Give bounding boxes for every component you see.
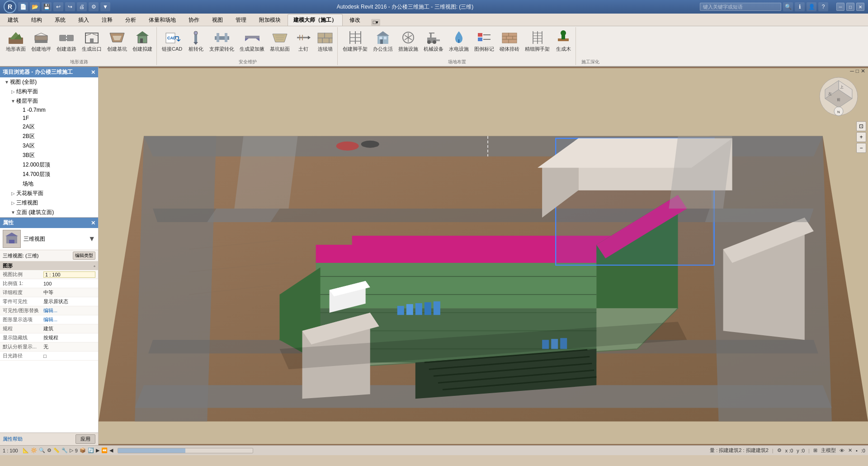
qa-undo[interactable]: ↩ bbox=[53, 2, 63, 11]
status-icon-8[interactable]: 9 bbox=[75, 448, 78, 453]
ribbon-btn-地形表面[interactable]: 地形表面 bbox=[4, 28, 28, 54]
status-icon-4[interactable]: ⚙ bbox=[47, 447, 52, 453]
status-icon-10[interactable]: 🔄 bbox=[88, 447, 94, 453]
ribbon-btn-生成木[interactable]: 生成木 bbox=[553, 28, 574, 54]
status-icon-11[interactable]: ▶ bbox=[96, 447, 99, 453]
ribbon-btn-措施设施[interactable]: 措施设施 bbox=[396, 28, 420, 54]
tree-item-3B区[interactable]: 3B区 bbox=[0, 151, 98, 160]
prop-type-dropdown[interactable]: ▼ bbox=[88, 235, 95, 243]
nav-cube[interactable]: 上 左 前 N bbox=[818, 76, 859, 117]
tree-item-1F[interactable]: 1F bbox=[0, 114, 98, 122]
status-icon-7[interactable]: ▷ bbox=[70, 447, 73, 453]
nav-zoom-out[interactable]: − bbox=[856, 143, 866, 153]
tree-item-结构平面[interactable]: ▷ 结构平面 bbox=[0, 87, 98, 96]
maximize-btn[interactable]: □ bbox=[846, 3, 854, 11]
options-tab[interactable]: □▾ bbox=[371, 19, 381, 26]
ribbon-btn-精细脚手架[interactable]: 精细脚手架 bbox=[523, 28, 552, 54]
status-icon-5[interactable]: 📏 bbox=[53, 447, 60, 453]
tree-item-2A区[interactable]: 2A区 bbox=[0, 122, 98, 132]
prop-apply-btn[interactable]: 应用 bbox=[75, 434, 95, 444]
status-icon-2[interactable]: 🔆 bbox=[31, 447, 37, 453]
main-model[interactable]: ⊞ bbox=[813, 447, 817, 453]
tab-分析[interactable]: 分析 bbox=[119, 14, 142, 26]
tree-item-场地[interactable]: 场地 bbox=[0, 179, 98, 189]
status-icon-13[interactable]: ◀ bbox=[109, 447, 113, 453]
app-button[interactable]: R bbox=[4, 0, 16, 13]
status-icon-6[interactable]: 🔧 bbox=[61, 447, 68, 453]
ribbon-btn-连续墙[interactable]: 连续墙 bbox=[315, 28, 335, 54]
tree-item-14700屋顶[interactable]: 14.700层顶 bbox=[0, 170, 98, 179]
pb-close[interactable]: ✕ bbox=[91, 69, 95, 76]
tree-item-楼层平面[interactable]: ▼ 楼层平面 bbox=[0, 96, 98, 106]
info-btn[interactable]: ℹ bbox=[795, 2, 805, 11]
ribbon-btn-生成梁加腋[interactable]: 生成梁加腋 bbox=[237, 28, 267, 54]
tab-管理[interactable]: 管理 bbox=[230, 14, 252, 26]
qa-new[interactable]: 📄 bbox=[18, 2, 28, 11]
tab-建筑[interactable]: 建筑 bbox=[2, 14, 24, 26]
user-btn[interactable]: 👤 bbox=[807, 2, 816, 11]
tree-item-视图全部[interactable]: ▼ 视图 (全部) bbox=[0, 77, 98, 87]
prop-edit-type-btn[interactable]: 编辑类型 bbox=[73, 252, 95, 260]
vp-minimize-btn[interactable]: ─ bbox=[850, 68, 854, 74]
status-icon-eye[interactable]: 👁 bbox=[840, 448, 844, 453]
tree-item-3A区[interactable]: 3A区 bbox=[0, 141, 98, 151]
ribbon-btn-创建道路[interactable]: 创建道路 bbox=[54, 28, 79, 54]
tab-建模大师[interactable]: 建模大师（施工） bbox=[288, 14, 343, 26]
tree-item-立面[interactable]: ▼ 立面 (建筑立面) bbox=[0, 208, 98, 217]
status-icon-3[interactable]: 🔍 bbox=[39, 447, 45, 453]
vp-close-btn[interactable]: ✕ bbox=[861, 68, 865, 74]
prop-help-link[interactable]: 属性帮助 bbox=[3, 436, 23, 442]
tab-注释[interactable]: 注释 bbox=[96, 14, 118, 26]
tab-体量和场地[interactable]: 体量和场地 bbox=[143, 14, 182, 26]
ribbon-btn-创建地坪[interactable]: 创建地坪 bbox=[29, 28, 53, 54]
qa-redo[interactable]: ↪ bbox=[65, 2, 75, 11]
ribbon-btn-办公生活[interactable]: 办公生活 bbox=[371, 28, 395, 54]
ribbon-btn-桩转化[interactable]: 桩转化 bbox=[185, 28, 206, 54]
ribbon-btn-创建脚手架[interactable]: 创建脚手架 bbox=[340, 28, 370, 54]
status-icon-x[interactable]: ✕ bbox=[848, 447, 852, 453]
ribbon-btn-支撑梁转化[interactable]: 支撑梁转化 bbox=[207, 28, 236, 54]
tab-系统[interactable]: 系统 bbox=[49, 14, 71, 26]
prop-value-vis-override[interactable]: 编辑... bbox=[43, 307, 95, 314]
ribbon-btn-图例标记[interactable]: 图例标记 bbox=[472, 28, 496, 54]
search-btn[interactable]: 🔍 bbox=[783, 2, 793, 11]
status-icon-9[interactable]: 📦 bbox=[80, 447, 86, 453]
qa-save[interactable]: 💾 bbox=[42, 2, 52, 11]
ribbon-btn-创建拟建[interactable]: 创建拟建 bbox=[130, 28, 155, 54]
tab-协作[interactable]: 协作 bbox=[183, 14, 205, 26]
scene-svg[interactable] bbox=[99, 67, 868, 445]
minimize-btn[interactable]: ─ bbox=[836, 3, 844, 11]
close-btn[interactable]: ✕ bbox=[856, 3, 864, 11]
vp-maximize-btn[interactable]: □ bbox=[856, 68, 859, 74]
qa-dropdown[interactable]: ▼ bbox=[100, 2, 110, 11]
tree-item-12000屋顶[interactable]: 12.000层顶 bbox=[0, 160, 98, 170]
prop-close[interactable]: ✕ bbox=[91, 220, 95, 226]
qa-settings[interactable]: ⚙ bbox=[89, 2, 99, 11]
ribbon-btn-基坑贴面[interactable]: 基坑贴面 bbox=[268, 28, 292, 54]
search-input[interactable] bbox=[700, 3, 781, 11]
status-icon-settings[interactable]: ⚙ bbox=[777, 447, 782, 453]
tree-item-2B区[interactable]: 2B区 bbox=[0, 132, 98, 141]
prop-value-display[interactable]: 编辑... bbox=[43, 316, 95, 323]
tab-修改[interactable]: 修改 bbox=[344, 14, 366, 26]
ribbon-btn-链接CAD[interactable]: CAD 链接CAD bbox=[160, 28, 184, 54]
qa-open[interactable]: 📂 bbox=[30, 2, 40, 11]
section-collapse[interactable]: ◦ bbox=[94, 263, 95, 269]
prop-value-scale[interactable]: 1 : 100 bbox=[43, 271, 95, 278]
qa-print[interactable]: 🖨 bbox=[77, 2, 87, 11]
help-btn[interactable]: ? bbox=[818, 2, 828, 11]
tree-item-1-0.7mm[interactable]: 1 -0.7mm bbox=[0, 106, 98, 114]
nav-zoom-in[interactable]: + bbox=[856, 132, 866, 142]
status-icon-1[interactable]: 📐 bbox=[23, 447, 29, 453]
ribbon-btn-机械设备[interactable]: 机械设备 bbox=[421, 28, 446, 54]
ribbon-btn-土钉[interactable]: 土钉 bbox=[293, 28, 314, 54]
ribbon-btn-砌体排砖[interactable]: 砌体排砖 bbox=[497, 28, 522, 54]
tree-item-天花板平面[interactable]: ▷ 天花板平面 bbox=[0, 189, 98, 198]
status-icon-12[interactable]: ⏪ bbox=[101, 447, 108, 453]
ribbon-btn-生成出口[interactable]: 生成出口 bbox=[80, 28, 104, 54]
tab-插入[interactable]: 插入 bbox=[72, 14, 95, 26]
ribbon-btn-创建基坑[interactable]: 创建基坑 bbox=[105, 28, 129, 54]
tab-附加模块[interactable]: 附加模块 bbox=[253, 14, 287, 26]
ribbon-btn-水电设施[interactable]: 水电设施 bbox=[447, 28, 471, 54]
tab-视图[interactable]: 视图 bbox=[206, 14, 229, 26]
